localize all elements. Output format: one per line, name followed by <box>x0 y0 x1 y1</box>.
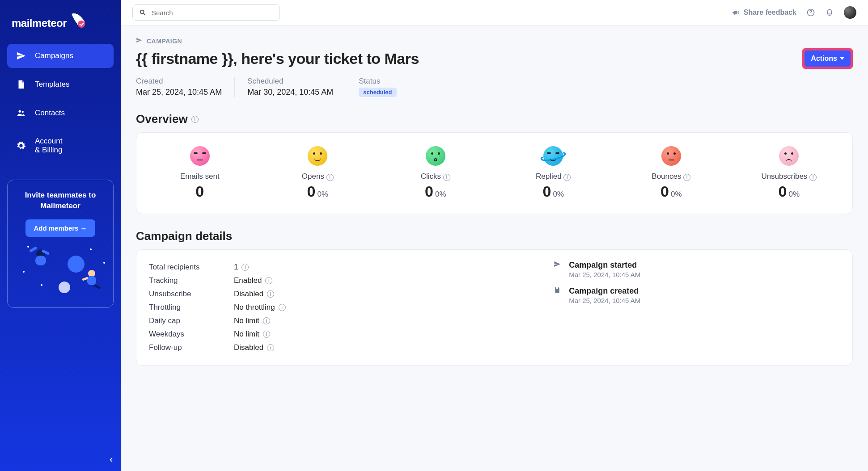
send-icon <box>554 261 563 278</box>
megaphone-icon <box>731 8 740 17</box>
add-members-button[interactable]: Add members → <box>25 219 95 237</box>
breadcrumb-label: CAMPAIGN <box>147 38 182 45</box>
send-icon <box>16 51 26 61</box>
sidebar-item-contacts[interactable]: Contacts <box>7 101 114 125</box>
sidebar-item-label: Templates <box>35 80 69 89</box>
search-input[interactable] <box>152 9 274 17</box>
search-icon <box>138 8 147 17</box>
svg-point-9 <box>88 270 95 277</box>
details-heading: Campaign details <box>136 229 853 243</box>
meteor-icon <box>69 12 87 29</box>
overview-card: Emails sent 0 Opens i 00% Clicks i 00% R… <box>136 132 853 214</box>
svg-rect-7 <box>29 246 38 252</box>
invite-title: Invite teammates to Mailmeteor <box>14 190 107 211</box>
save-icon <box>554 286 563 304</box>
details-card: Total recipients1i TrackingEnabledi Unsu… <box>136 249 853 366</box>
timeline: Campaign startedMar 25, 2024, 10:45 AM C… <box>554 261 840 354</box>
help-icon[interactable] <box>806 8 815 17</box>
actions-highlight: Actions <box>802 48 853 69</box>
meta-status: Status scheduled <box>346 77 409 97</box>
svg-rect-12 <box>93 284 101 289</box>
meta-created: Created Mar 25, 2024, 10:45 AM <box>136 77 234 97</box>
page-title: {{ firstname }}, here's your ticket to M… <box>136 50 419 67</box>
details-list: Total recipients1i TrackingEnabledi Unsu… <box>149 261 536 354</box>
face-icon <box>190 146 210 166</box>
info-icon[interactable]: i <box>443 174 450 181</box>
gear-icon <box>16 141 26 151</box>
logo[interactable]: mailmeteor <box>7 10 114 44</box>
stat-clicks: Clicks i 00% <box>377 146 495 200</box>
meta-row: Created Mar 25, 2024, 10:45 AM Scheduled… <box>136 77 853 97</box>
detail-row: ThrottlingNo throttlingi <box>149 301 536 314</box>
info-icon[interactable]: i <box>263 317 270 324</box>
invite-illustration <box>14 240 107 298</box>
bell-icon[interactable] <box>825 8 834 17</box>
info-icon[interactable]: i <box>263 331 270 338</box>
timeline-item: Campaign startedMar 25, 2024, 10:45 AM <box>554 261 840 278</box>
info-icon[interactable]: i <box>326 174 334 181</box>
face-icon <box>779 146 799 166</box>
actions-button[interactable]: Actions <box>804 50 851 67</box>
chevron-down-icon <box>840 57 844 60</box>
title-row: {{ firstname }}, here's your ticket to M… <box>136 48 853 69</box>
people-icon <box>16 108 26 118</box>
sidebar: mailmeteor Campaigns Templates Contacts … <box>0 0 121 471</box>
invite-card: Invite teammates to Mailmeteor Add membe… <box>7 180 114 308</box>
stat-opens: Opens i 00% <box>259 146 377 200</box>
info-icon[interactable]: i <box>191 116 199 123</box>
detail-row: TrackingEnabledi <box>149 274 536 287</box>
detail-row: UnsubscribeDisabledi <box>149 287 536 301</box>
search-box[interactable] <box>132 4 280 21</box>
detail-row: Follow-upDisabledi <box>149 341 536 354</box>
face-icon <box>308 146 327 166</box>
topbar: Share feedback <box>121 0 868 25</box>
detail-row: WeekdaysNo limiti <box>149 328 536 341</box>
status-badge: scheduled <box>359 88 396 97</box>
meta-scheduled: Scheduled Mar 30, 2024, 10:45 AM <box>234 77 346 97</box>
detail-row: Daily capNo limiti <box>149 314 536 328</box>
detail-row: Total recipients1i <box>149 261 536 274</box>
sidebar-item-campaigns[interactable]: Campaigns <box>7 44 114 68</box>
info-icon[interactable]: i <box>265 277 272 284</box>
sidebar-item-label: Campaigns <box>35 51 73 60</box>
info-icon[interactable]: i <box>809 174 817 181</box>
stat-replied: Replied i 00% <box>495 146 613 200</box>
face-icon <box>426 146 445 166</box>
info-icon[interactable]: i <box>683 174 690 181</box>
stat-emails-sent: Emails sent 0 <box>141 146 259 200</box>
svg-point-0 <box>78 21 85 28</box>
brand-name: mailmeteor <box>12 17 67 29</box>
sidebar-item-account-billing[interactable]: Account & Billing <box>7 130 114 162</box>
content: CAMPAIGN {{ firstname }}, here's your ti… <box>121 25 868 377</box>
svg-point-3 <box>19 110 21 113</box>
breadcrumb: CAMPAIGN <box>136 37 853 45</box>
topbar-right: Share feedback <box>731 6 856 19</box>
svg-rect-2 <box>20 86 22 86</box>
info-icon[interactable]: i <box>241 264 249 271</box>
overview-heading: Overview i <box>136 112 853 126</box>
main: Share feedback CAMPAIGN {{ firstname }},… <box>121 0 868 471</box>
avatar[interactable] <box>844 6 856 19</box>
sidebar-item-templates[interactable]: Templates <box>7 72 114 97</box>
collapse-sidebar-icon[interactable] <box>108 457 114 465</box>
svg-rect-10 <box>87 276 96 285</box>
nav: Campaigns Templates Contacts Account & B… <box>7 44 114 162</box>
share-feedback-button[interactable]: Share feedback <box>731 8 796 17</box>
document-icon <box>16 80 26 89</box>
timeline-item: Campaign createdMar 25, 2024, 10:45 AM <box>554 286 840 304</box>
send-icon <box>136 37 142 45</box>
sidebar-item-label: Account & Billing <box>35 137 62 155</box>
stat-unsubscribes: Unsubscribes i 00% <box>730 146 848 200</box>
svg-rect-1 <box>20 84 22 85</box>
info-icon[interactable]: i <box>563 174 571 181</box>
svg-point-4 <box>21 111 23 113</box>
info-icon[interactable]: i <box>267 344 274 351</box>
info-icon[interactable]: i <box>279 304 286 311</box>
stat-bounces: Bounces i 00% <box>612 146 730 200</box>
svg-rect-6 <box>35 256 46 265</box>
svg-point-13 <box>140 10 144 14</box>
sidebar-item-label: Contacts <box>35 109 65 118</box>
face-icon <box>661 146 681 166</box>
face-icon <box>543 146 563 166</box>
info-icon[interactable]: i <box>267 290 274 298</box>
